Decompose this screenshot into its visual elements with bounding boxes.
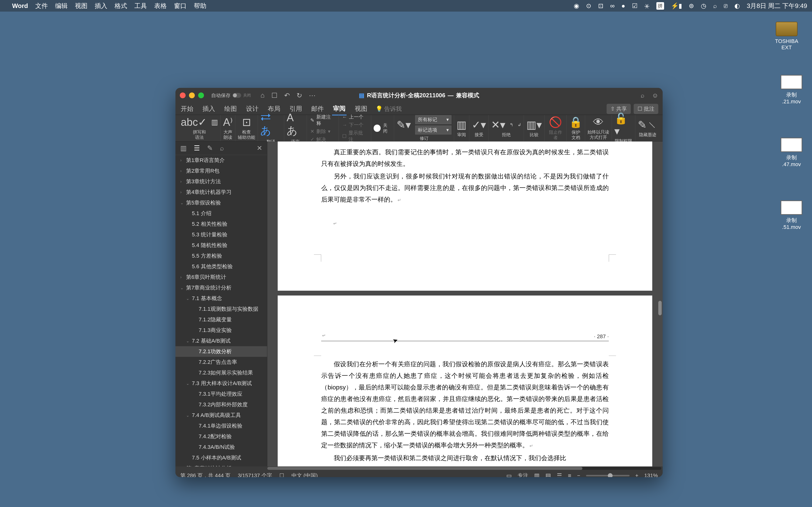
tracking-icon[interactable]: ✎▾ (397, 119, 411, 131)
group-protect[interactable]: 🔒 保护 文档 (567, 115, 585, 141)
tab-draw[interactable]: 绘图 (223, 103, 238, 115)
group-review-pane[interactable]: ▥ 审阅 (454, 115, 469, 141)
tell-me[interactable]: 💡告诉我 (375, 105, 402, 113)
nav-heading-item[interactable]: ⌄7.4 A/B测试高级工具 (175, 410, 267, 420)
group-readonly[interactable]: 👁 始终以只读 方式打开 (585, 115, 612, 141)
app-icon-4[interactable]: ☑ (632, 2, 638, 10)
more-icon[interactable]: ⋯ (309, 92, 316, 100)
document-area[interactable]: 真正重要的东西。我们需要记住的事情时，第一类错误只有在原假设为真的时候发生，第二… (267, 142, 663, 466)
horizontal-scrollbar[interactable] (175, 466, 663, 470)
delete-comment-button[interactable]: ✕ 删除 ▾ (310, 128, 335, 135)
group-accessibility[interactable]: ⊡ 检查 辅助功能 (236, 115, 258, 141)
focus-mode-label[interactable]: 专注 (518, 472, 528, 477)
nav-close-icon[interactable]: ✕ (257, 144, 262, 152)
autosave-toggle[interactable]: 自动保存 关闭 (211, 92, 251, 99)
group-spelling[interactable]: abc✓▥ 拼写和 语法 (179, 115, 221, 141)
accessibility-status-icon[interactable]: ☐ (280, 472, 284, 477)
wifi-icon[interactable]: ⊚ (689, 2, 694, 10)
nav-heading-item[interactable]: ⌄第5章假设检验 (175, 198, 267, 208)
word-count[interactable]: 3/157137 个字 (238, 472, 272, 477)
nav-thumbnails-icon[interactable]: ▥ (180, 144, 187, 152)
markup-view-dropdown[interactable]: 所有标记▾ (415, 115, 451, 124)
bluetooth-icon[interactable]: ⚹ (644, 2, 650, 10)
mac-menubar[interactable]: Word 文件 编辑 视图 插入 格式 工具 表格 窗口 帮助 ◉ ⊙ ⊡ ∞ … (0, 0, 812, 12)
tab-home[interactable]: 开始 (180, 103, 194, 115)
vertical-scrollbar[interactable] (658, 142, 662, 466)
app-name[interactable]: Word (12, 2, 28, 10)
desktop-mov-1[interactable]: 录制 .21.mov (776, 75, 807, 105)
undo-icon[interactable]: ↶ (284, 92, 290, 100)
nav-edit-icon[interactable]: ✎ (207, 144, 213, 152)
language-status[interactable]: 中文 (中国) (292, 472, 318, 477)
menu-table[interactable]: 表格 (154, 2, 167, 10)
battery-icon[interactable]: ⚡▮ (671, 2, 682, 10)
nav-heading-item[interactable]: ›第2章常用R包 (175, 166, 267, 176)
minimize-window-button[interactable] (189, 93, 195, 98)
group-block-author[interactable]: 🚫 阻止作者 (545, 115, 567, 141)
menu-edit[interactable]: 编辑 (55, 2, 68, 10)
nav-heading-item[interactable]: 7.4.3A/B/N试验 (175, 442, 267, 452)
focus-mode-icon[interactable]: ▭ (506, 472, 512, 477)
group-hide-ink[interactable]: ✎⟍ 隐藏墨迹 (636, 115, 660, 141)
nav-headings-icon[interactable]: ☰ (194, 144, 200, 152)
nav-heading-item[interactable]: 7.1.2隐藏变量 (175, 314, 267, 325)
app-icon-3[interactable]: ● (621, 2, 625, 10)
nav-heading-item[interactable]: ⌄7.1 基本概念 (175, 293, 267, 304)
search-icon[interactable]: ⌕ (641, 92, 645, 99)
menu-view[interactable]: 视图 (75, 2, 88, 10)
maximize-window-button[interactable] (198, 93, 204, 98)
spotlight-icon[interactable]: ⌕ (713, 2, 717, 10)
nav-heading-item[interactable]: ›第1章R语言简介 (175, 155, 267, 166)
group-restrict[interactable]: 🔓▾ 限制权限 (612, 115, 636, 141)
nav-heading-item[interactable]: ›第3章统计方法 (175, 176, 267, 187)
zoom-slider[interactable] (586, 475, 629, 476)
redo-icon[interactable]: ↻ (297, 92, 302, 100)
nav-heading-item[interactable]: 7.1.1观测数据与实验数据 (175, 304, 267, 314)
tab-view[interactable]: 视图 (354, 103, 368, 115)
group-close-comments[interactable]: 关闭 (371, 115, 394, 141)
home-icon[interactable]: ⌂ (260, 92, 265, 100)
desktop-mov-3[interactable]: 录制 .51.mov (776, 201, 807, 230)
save-icon[interactable]: ☐ (271, 92, 277, 100)
tab-insert[interactable]: 插入 (202, 103, 216, 115)
hscroll-thumb[interactable] (267, 467, 582, 470)
group-compare[interactable]: ▥▾ 比较 (524, 115, 545, 141)
nav-heading-item[interactable]: 5.2 相关性检验 (175, 219, 267, 229)
nav-heading-item[interactable]: 7.3.2内部和外部效度 (175, 399, 267, 410)
tab-review[interactable]: 审阅 (332, 102, 347, 115)
nav-heading-item[interactable]: 5.1 介绍 (175, 208, 267, 219)
nav-heading-item[interactable]: 7.5 小样本的A/B测试 (175, 452, 267, 463)
nav-heading-item[interactable]: ⌄第8章营销统计分析 (175, 463, 267, 466)
close-window-button[interactable] (180, 93, 186, 98)
prev-change-icon[interactable]: ↰ (510, 122, 513, 127)
paragraph[interactable]: 真正重要的东西。我们需要记住的事情时，第一类错误只有在原假设为真的时候发生，第二… (321, 146, 609, 169)
desktop-disk[interactable]: TOSHIBA EXT (771, 22, 802, 51)
nav-heading-item[interactable]: ⌄7.2 基础A/B测试 (175, 336, 267, 346)
record-icon[interactable]: ◉ (574, 2, 579, 10)
nav-heading-item[interactable]: 7.2.3如何展示实验结果 (175, 368, 267, 378)
draft-view-icon[interactable]: ≡ (568, 472, 571, 477)
menu-insert[interactable]: 插入 (95, 2, 107, 10)
clock-icon[interactable]: ◷ (701, 2, 706, 10)
nav-heading-item[interactable]: 5.3 统计量检验 (175, 229, 267, 240)
web-layout-icon[interactable]: ▤ (546, 472, 551, 477)
control-center-icon[interactable]: ⎚ (724, 2, 728, 10)
menu-format[interactable]: 格式 (114, 2, 127, 10)
wechat-icon[interactable]: ⊙ (586, 2, 591, 10)
nav-heading-item[interactable]: 7.4.1单边假设检验 (175, 420, 267, 431)
menu-file[interactable]: 文件 (35, 2, 48, 10)
next-comment-button[interactable]: → 下一个 (342, 122, 367, 128)
paragraph[interactable]: 另外，我们应该意识到，很多时候我们针对现有的数据做出错误的结论，不是因为我们做错… (321, 170, 609, 205)
nav-heading-item[interactable]: ⌄第7章商业统计分析 (175, 282, 267, 293)
zoom-out-button[interactable]: − (577, 472, 580, 477)
menu-help[interactable]: 帮助 (194, 2, 206, 10)
group-language[interactable]: Aあ 语言 (284, 115, 307, 141)
paragraph[interactable]: 我们必须要再第一类错误和第二类错误之间进行取舍，在默认情况下，我们会选择比 (321, 452, 609, 464)
new-comment-button[interactable]: ✎ 新建注释 (310, 114, 335, 127)
comment-button[interactable]: ☐ 批注 (633, 104, 658, 114)
nav-heading-item[interactable]: 5.5 方差检验 (175, 250, 267, 261)
menu-window[interactable]: 窗口 (174, 2, 187, 10)
next-change-icon[interactable]: ↲ (518, 122, 521, 127)
nav-heading-item[interactable]: 7.4.2配对检验 (175, 431, 267, 442)
markup-options-dropdown[interactable]: 标记选项▾ (415, 125, 451, 134)
